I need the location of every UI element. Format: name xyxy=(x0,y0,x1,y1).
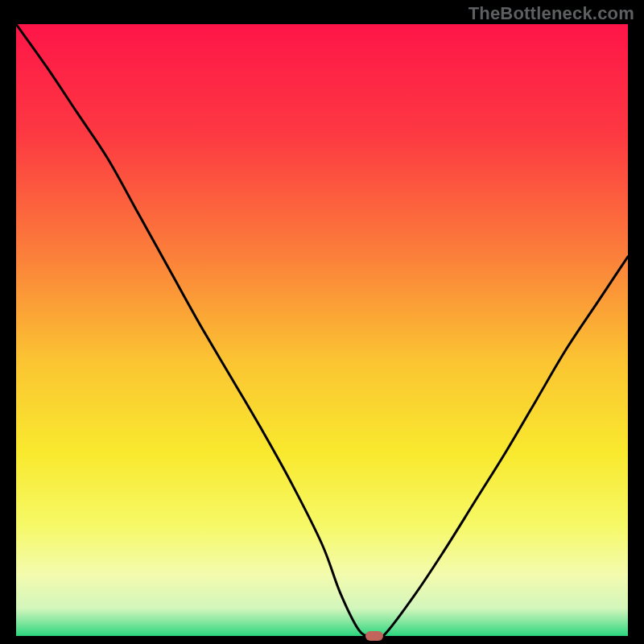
bottleneck-curve xyxy=(16,24,628,636)
plot-area xyxy=(16,24,628,636)
optimal-marker xyxy=(365,631,383,641)
watermark-text: TheBottleneck.com xyxy=(469,3,634,24)
chart-frame: TheBottleneck.com xyxy=(0,0,644,644)
